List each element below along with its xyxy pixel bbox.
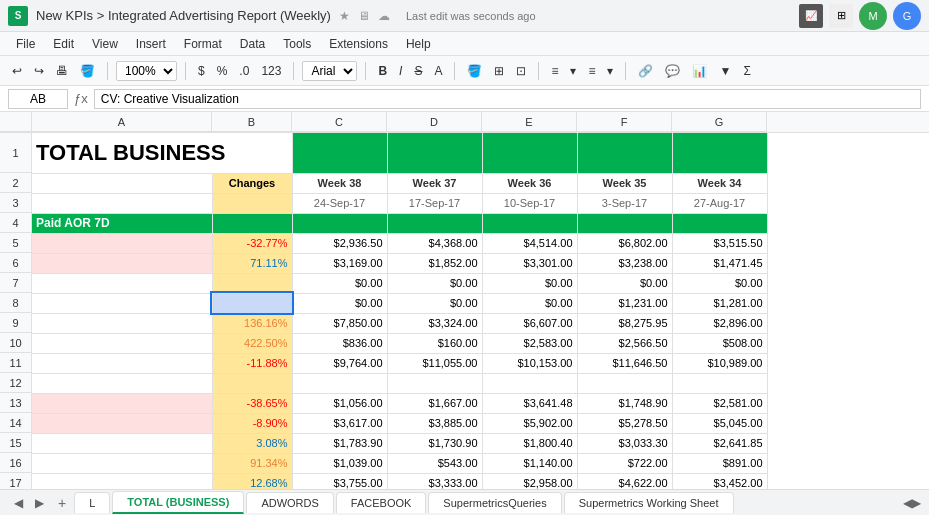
cell-e15[interactable]: $1,800.40 [482,433,577,453]
cell-f14[interactable]: $5,278.50 [577,413,672,433]
cell-c7[interactable]: $0.00 [292,273,387,293]
cell-d1[interactable] [387,133,482,173]
cell-b13[interactable]: -38.65% [212,393,292,413]
italic-button[interactable]: I [395,62,406,80]
cell-e1[interactable] [482,133,577,173]
cell-d17[interactable]: $3,333.00 [387,473,482,489]
menu-view[interactable]: View [84,35,126,53]
chart-button[interactable]: 📊 [688,62,711,80]
merge-button[interactable]: ⊡ [512,62,530,80]
cell-f6[interactable]: $3,238.00 [577,253,672,273]
cell-b12[interactable] [212,373,292,393]
col-header-f[interactable]: F [577,112,672,132]
cell-b5[interactable]: -32.77% [212,233,292,253]
cell-a5[interactable] [32,233,212,253]
cell-c6[interactable]: $3,169.00 [292,253,387,273]
align-left[interactable]: ≡ [547,62,562,80]
cell-f5[interactable]: $6,802.00 [577,233,672,253]
grid-icon[interactable]: ⊞ [829,4,853,28]
col-header-a[interactable]: A [32,112,212,132]
sheet-tab-total-business[interactable]: TOTAL (BUSINESS) [112,491,244,514]
cell-a10[interactable] [32,333,212,353]
account-icon[interactable]: G [893,2,921,30]
cell-b17[interactable]: 12.68% [212,473,292,489]
tab-nav-left[interactable]: ◀ [8,492,29,514]
cell-f3[interactable]: 3-Sep-17 [577,193,672,213]
cell-d2[interactable]: Week 37 [387,173,482,193]
cell-f2[interactable]: Week 35 [577,173,672,193]
add-sheet-button[interactable]: + [50,491,74,515]
cell-a13[interactable] [32,393,212,413]
align-dropdown[interactable]: ▾ [566,62,580,80]
cell-c11[interactable]: $9,764.00 [292,353,387,373]
cell-d6[interactable]: $1,852.00 [387,253,482,273]
cell-e12[interactable] [482,373,577,393]
print-button[interactable]: 🖶 [52,62,72,80]
cell-e8[interactable]: $0.00 [482,293,577,313]
cell-e2[interactable]: Week 36 [482,173,577,193]
cell-e7[interactable]: $0.00 [482,273,577,293]
filter-button[interactable]: ▼ [715,62,735,80]
cell-a12[interactable] [32,373,212,393]
cell-d11[interactable]: $11,055.00 [387,353,482,373]
cell-a1[interactable]: TOTAL BUSINESS [32,133,292,173]
google-meet-icon[interactable]: M [859,2,887,30]
sheet-tab-adwords[interactable]: ADWORDS [246,492,333,513]
cell-f13[interactable]: $1,748.90 [577,393,672,413]
cell-g5[interactable]: $3,515.50 [672,233,767,253]
col-header-e[interactable]: E [482,112,577,132]
formula-input[interactable] [94,89,921,109]
menu-help[interactable]: Help [398,35,439,53]
cell-c14[interactable]: $3,617.00 [292,413,387,433]
strikethrough-button[interactable]: S [410,62,426,80]
cell-c10[interactable]: $836.00 [292,333,387,353]
cell-c16[interactable]: $1,039.00 [292,453,387,473]
cell-c8[interactable]: $0.00 [292,293,387,313]
menu-format[interactable]: Format [176,35,230,53]
menu-tools[interactable]: Tools [275,35,319,53]
cell-b2[interactable]: Changes [212,173,292,193]
cell-f4[interactable] [577,213,672,233]
cell-a15[interactable] [32,433,212,453]
cell-e16[interactable]: $1,140.00 [482,453,577,473]
cell-d16[interactable]: $543.00 [387,453,482,473]
fill-color-button[interactable]: 🪣 [463,62,486,80]
cell-f7[interactable]: $0.00 [577,273,672,293]
cell-e5[interactable]: $4,514.00 [482,233,577,253]
cell-g9[interactable]: $2,896.00 [672,313,767,333]
cell-d4[interactable] [387,213,482,233]
cell-g2[interactable]: Week 34 [672,173,767,193]
col-header-c[interactable]: C [292,112,387,132]
cell-d8[interactable]: $0.00 [387,293,482,313]
cell-g7[interactable]: $0.00 [672,273,767,293]
cell-c4[interactable] [292,213,387,233]
sheet-tab-supermetrics-queries[interactable]: SupermetricsQueries [428,492,561,513]
cell-d9[interactable]: $3,324.00 [387,313,482,333]
document-title[interactable]: New KPIs > Integrated Advertising Report… [36,8,331,23]
cell-c2[interactable]: Week 38 [292,173,387,193]
link-button[interactable]: 🔗 [634,62,657,80]
font-select[interactable]: Arial [302,61,357,81]
cell-a8[interactable] [32,293,212,313]
cell-b8[interactable] [212,293,292,313]
cell-e6[interactable]: $3,301.00 [482,253,577,273]
cell-a9[interactable] [32,313,212,333]
cell-g8[interactable]: $1,281.00 [672,293,767,313]
valign-dropdown[interactable]: ▾ [603,62,617,80]
cell-g4[interactable] [672,213,767,233]
redo-button[interactable]: ↪ [30,62,48,80]
cell-d15[interactable]: $1,730.90 [387,433,482,453]
undo-button[interactable]: ↩ [8,62,26,80]
decimal-button[interactable]: .0 [235,62,253,80]
cell-b16[interactable]: 91.34% [212,453,292,473]
cell-c15[interactable]: $1,783.90 [292,433,387,453]
zoom-select[interactable]: 100% [116,61,177,81]
menu-extensions[interactable]: Extensions [321,35,396,53]
decimal-inc-button[interactable]: 123 [257,62,285,80]
cell-d13[interactable]: $1,667.00 [387,393,482,413]
cell-g14[interactable]: $5,045.00 [672,413,767,433]
percent-button[interactable]: % [213,62,232,80]
cell-d12[interactable] [387,373,482,393]
cell-b11[interactable]: -11.88% [212,353,292,373]
cell-g10[interactable]: $508.00 [672,333,767,353]
